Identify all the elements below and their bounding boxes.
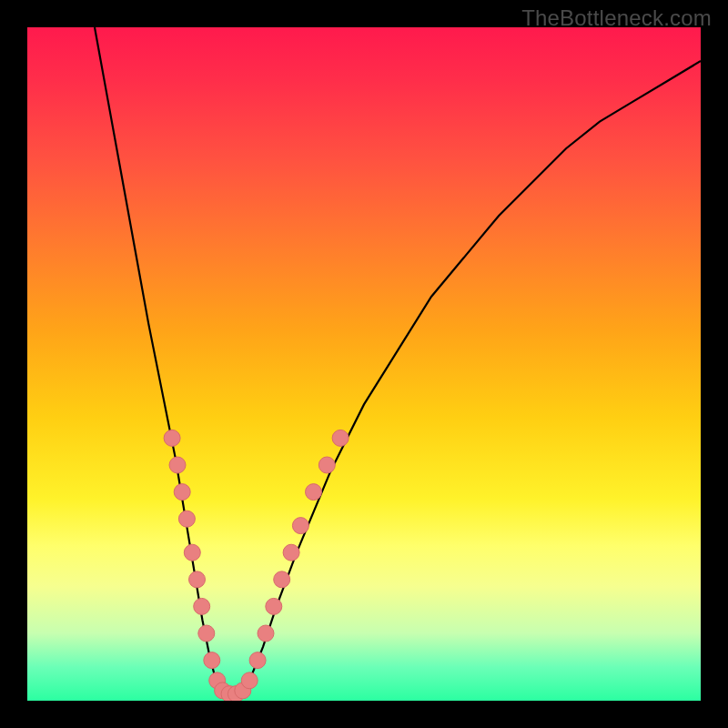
plot-area xyxy=(27,27,701,701)
chart-frame: TheBottleneck.com xyxy=(0,0,728,728)
